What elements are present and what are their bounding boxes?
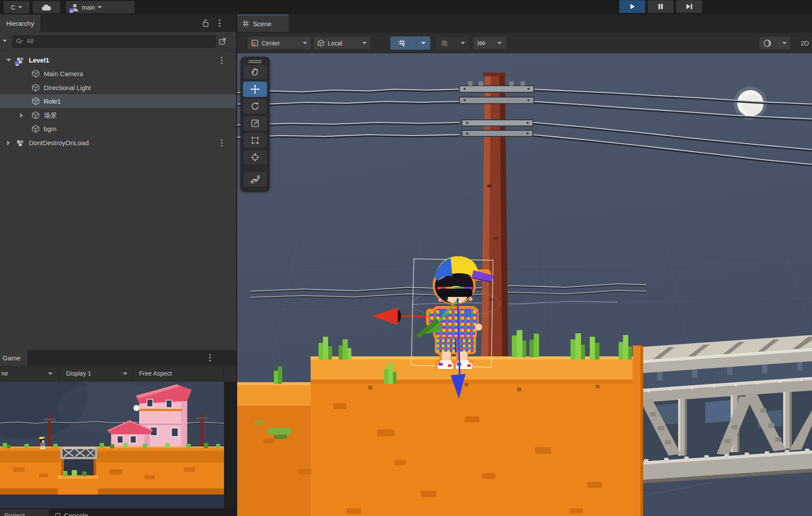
game-moon xyxy=(133,405,140,411)
hierarchy-row-main-camera[interactable]: Main Camera xyxy=(0,67,236,80)
game-preview-viewport[interactable] xyxy=(0,382,224,509)
rect-tool-button[interactable] xyxy=(243,132,267,148)
chevron-down-icon xyxy=(303,42,307,44)
play-button[interactable] xyxy=(619,0,645,13)
scene-tab-label: Scene xyxy=(253,20,272,28)
tab-scene[interactable]: Scene xyxy=(237,14,289,32)
hierarchy-item-label: 场景 xyxy=(44,108,57,122)
prefab-arrow-badge xyxy=(69,8,74,13)
scale-tool-button[interactable] xyxy=(243,115,267,131)
console-tab-label: Console xyxy=(64,509,116,516)
palette-drag-handle[interactable] xyxy=(248,62,262,63)
version-control-branch-button[interactable]: main xyxy=(66,1,135,14)
hierarchy-item-label: DontDestroyOnLoad xyxy=(29,136,89,150)
tab-project[interactable]: Project xyxy=(0,509,49,516)
orientation-dropdown[interactable]: Local xyxy=(313,36,371,50)
game-toolbar: ne Display 1 Free Aspect xyxy=(0,366,236,382)
steel-bridge[interactable] xyxy=(638,335,812,484)
account-button[interactable]: C xyxy=(4,1,30,14)
view-tool-button[interactable] xyxy=(243,64,267,80)
search-input[interactable]: All xyxy=(12,35,216,48)
prefab-arrow-badge xyxy=(15,61,19,66)
gameobject-cube-icon xyxy=(32,125,40,135)
step-icon xyxy=(686,3,693,10)
hierarchy-row-scene-group[interactable]: 场景 xyxy=(0,108,236,122)
hierarchy-row-directional-light[interactable]: Directional Light xyxy=(0,81,236,94)
rotate-icon xyxy=(250,101,260,111)
hierarchy-item-label: Role1 xyxy=(44,94,61,108)
hierarchy-row-level1[interactable]: Level1 xyxy=(0,53,236,67)
toggle-2d-button[interactable]: 2D xyxy=(801,33,809,53)
cloud-button[interactable] xyxy=(32,1,60,14)
game-terrain xyxy=(0,446,224,495)
grid-y-icon: Y xyxy=(391,39,413,47)
scene-icon xyxy=(16,56,24,65)
gameobject-cube-icon xyxy=(32,70,40,80)
display-mode-dropdown[interactable]: ne xyxy=(0,366,59,382)
unlock-icon[interactable] xyxy=(202,19,209,29)
display-target-label: Display 1 xyxy=(66,366,91,382)
hierarchy-item-label: Level1 xyxy=(29,53,49,67)
snap-increment-dropdown[interactable] xyxy=(472,36,507,50)
unity-editor-window: C main xyxy=(0,0,812,516)
snap-options-dropdown[interactable] xyxy=(457,37,469,49)
tab-game[interactable]: Game xyxy=(0,350,28,366)
hand-icon xyxy=(250,67,260,77)
pivot-mode-dropdown[interactable]: Center xyxy=(247,36,311,50)
scale-icon xyxy=(250,119,260,128)
main-toolbar: C main xyxy=(0,0,812,15)
display-target-dropdown[interactable]: Display 1 xyxy=(59,366,133,382)
tab-hierarchy[interactable]: Hierarchy xyxy=(0,14,40,32)
pivot-icon xyxy=(251,39,259,47)
hierarchy-item-label: bgm xyxy=(44,122,56,136)
console-icon xyxy=(55,512,60,516)
chevron-down-icon xyxy=(18,6,22,8)
scene-icon xyxy=(16,139,24,149)
transform-icon xyxy=(250,153,260,162)
rotate-tool-button[interactable] xyxy=(243,98,267,114)
create-dropdown-icon[interactable] xyxy=(3,40,7,42)
hierarchy-row-bgm[interactable]: bgm xyxy=(0,122,236,136)
ruler-icon xyxy=(473,40,490,47)
shading-mode-dropdown[interactable] xyxy=(759,36,791,50)
expander-closed-icon[interactable] xyxy=(7,140,10,146)
hierarchy-row-role1-selected[interactable]: Role1 xyxy=(0,94,236,108)
gameobject-cube-icon xyxy=(32,97,40,107)
row-kebab-icon[interactable] xyxy=(221,56,223,64)
expander-closed-icon[interactable] xyxy=(20,113,23,118)
grid-icon xyxy=(242,20,249,27)
orientation-label: Local xyxy=(328,40,342,47)
step-button[interactable] xyxy=(676,0,702,13)
scene-viewport[interactable] xyxy=(237,53,812,516)
grid-options-dropdown[interactable] xyxy=(416,37,430,49)
scene-tool-palette xyxy=(241,57,270,192)
expander-open-icon[interactable] xyxy=(6,59,11,62)
game-menu-kebab-icon[interactable] xyxy=(209,354,211,362)
move-tool-button[interactable] xyxy=(243,81,267,97)
hierarchy-menu-kebab-icon[interactable] xyxy=(219,19,220,27)
transform-tool-button[interactable] xyxy=(243,150,267,165)
grid-visibility-toggle[interactable]: Y xyxy=(390,36,430,50)
palette-drag-handle[interactable] xyxy=(248,60,262,61)
tab-console[interactable]: Console xyxy=(64,509,116,516)
popout-icon[interactable] xyxy=(219,37,227,47)
aspect-ratio-dropdown[interactable]: Free Aspect xyxy=(133,366,224,382)
hierarchy-panel: Hierarchy All xyxy=(0,14,236,350)
2d-label: 2D xyxy=(801,39,809,47)
chevron-down-icon xyxy=(98,6,102,8)
play-icon xyxy=(629,3,635,10)
hierarchy-item-label: Main Camera xyxy=(44,67,83,80)
chevron-down-icon xyxy=(123,373,127,375)
game-header: Game xyxy=(0,350,236,366)
scene-render xyxy=(237,53,812,516)
hierarchy-row-dontdestroyonload[interactable]: DontDestroyOnLoad xyxy=(0,136,236,150)
game-preview-render xyxy=(0,382,224,509)
hierarchy-item-label: Directional Light xyxy=(44,81,91,94)
pause-button[interactable] xyxy=(648,0,674,13)
cube-icon xyxy=(317,39,325,47)
custom-editor-tool-button[interactable] xyxy=(243,171,267,187)
snap-toggle[interactable] xyxy=(435,36,470,50)
gameobject-cube-icon xyxy=(32,84,40,94)
row-kebab-icon[interactable] xyxy=(221,139,223,147)
scene-tab-bar: Scene xyxy=(237,14,812,33)
